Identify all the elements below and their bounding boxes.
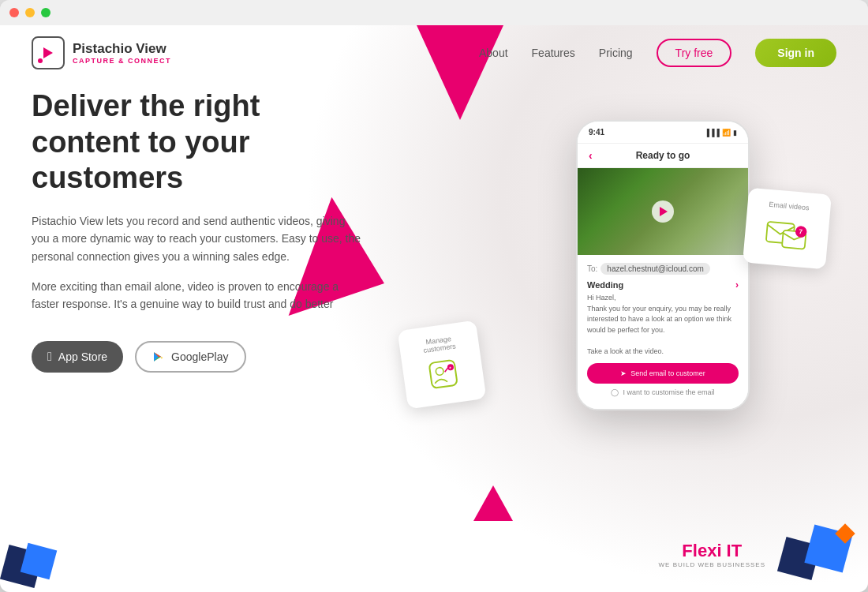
customise-icon: ◯ <box>611 388 619 396</box>
close-button[interactable] <box>9 8 19 17</box>
hero-section: Deliver the right content to your custom… <box>32 88 363 373</box>
send-email-button[interactable]: ➤ Send email to customer <box>587 363 739 384</box>
appstore-label: App Store <box>58 350 107 363</box>
phone-status-bar: 9:41 ▐▐▐ 📶 ▮ <box>578 122 748 144</box>
subject-text: Wedding <box>587 280 623 290</box>
email-card-title: Email videos <box>758 200 820 213</box>
it-text: IT <box>727 541 743 560</box>
titlebar <box>0 0 868 25</box>
try-free-button[interactable]: Try free <box>657 39 732 67</box>
navigation: Pistachio View CAPTURE & CONNECT About F… <box>0 25 868 81</box>
hero-description-1: Pistachio View lets you record and send … <box>32 212 363 265</box>
logo-name: Pistachio View <box>73 41 171 57</box>
greeting-text: Hi Hazel, <box>587 293 739 304</box>
apple-icon:  <box>47 350 52 364</box>
phone-greeting: Hi Hazel, Thank you for your enquiry, yo… <box>587 293 739 357</box>
corner-decoration-bl <box>0 529 63 592</box>
recipient-email: hazel.chestnut@icloud.com <box>600 263 709 275</box>
phone-frame: 9:41 ▐▐▐ 📶 ▮ ‹ Ready to go <box>576 120 750 410</box>
email-videos-card: Email videos 7 <box>743 188 832 270</box>
flexi-it-name: Flexi IT <box>659 541 765 561</box>
customise-email-button[interactable]: ◯ I want to customise the email <box>587 388 739 401</box>
subject-arrow-icon: › <box>735 279 739 290</box>
battery-icon: ▮ <box>733 129 737 137</box>
phone-time: 9:41 <box>589 128 604 137</box>
nav-pricing[interactable]: Pricing <box>599 47 633 59</box>
phone-to-row: To: hazel.chestnut@icloud.com <box>587 263 739 275</box>
play-triangle-icon <box>660 207 668 216</box>
manage-customers-card: Manage customers + <box>398 320 487 410</box>
sign-in-button[interactable]: Sign in <box>755 39 836 67</box>
wifi-icon: 📶 <box>722 129 731 137</box>
appstore-button[interactable]:  App Store <box>32 341 123 373</box>
nav-about[interactable]: About <box>479 47 508 59</box>
email-videos-icon: 7 <box>764 215 810 254</box>
body-text-2: Take a look at the video. <box>587 347 739 358</box>
flexi-it-branding: Flexi IT WE BUILD WEB BUSINESSES <box>659 541 765 568</box>
manage-card-title: Manage customers <box>410 332 468 356</box>
logo-dot <box>38 58 43 63</box>
hero-description-2: More exciting than email alone, video is… <box>32 278 363 313</box>
send-icon: ➤ <box>620 369 627 377</box>
app-window: Pistachio View CAPTURE & CONNECT About F… <box>0 0 868 592</box>
back-icon[interactable]: ‹ <box>589 149 593 162</box>
play-button-overlay[interactable] <box>652 200 674 223</box>
hero-title: Deliver the right content to your custom… <box>32 88 363 197</box>
flexi-tagline: WE BUILD WEB BUSINESSES <box>659 561 765 568</box>
to-label: To: <box>587 264 597 273</box>
googleplay-icon <box>152 350 165 363</box>
phone-mockup: 9:41 ▐▐▐ 📶 ▮ ‹ Ready to go <box>576 120 750 410</box>
logo: Pistachio View CAPTURE & CONNECT <box>32 36 171 69</box>
phone-subject-row: Wedding › <box>587 279 739 290</box>
corner-decoration-br <box>773 497 868 592</box>
maximize-button[interactable] <box>41 8 51 17</box>
svg-point-1 <box>436 367 444 376</box>
triangle-bottom <box>473 485 513 521</box>
logo-tagline: CAPTURE & CONNECT <box>73 57 171 65</box>
page-content: Pistachio View CAPTURE & CONNECT About F… <box>0 25 868 592</box>
nav-features[interactable]: Features <box>532 47 575 59</box>
signal-icon: ▐▐▐ <box>705 129 720 137</box>
logo-icon <box>32 36 65 69</box>
send-email-label: Send email to customer <box>630 369 705 377</box>
flexi-text: Flexi <box>682 541 726 560</box>
phone-status-icons: ▐▐▐ 📶 ▮ <box>705 129 737 137</box>
body-text-1: Thank you for your enquiry, you may be r… <box>587 304 739 336</box>
manage-customers-icon: + <box>425 356 461 392</box>
googleplay-label: GooglePlay <box>171 350 228 363</box>
minimize-button[interactable] <box>25 8 35 17</box>
svg-rect-0 <box>429 360 458 388</box>
store-buttons:  App Store GooglePlay <box>32 341 363 373</box>
phone-title: Ready to go <box>636 150 690 161</box>
phone-header: ‹ Ready to go <box>578 144 748 168</box>
logo-text: Pistachio View CAPTURE & CONNECT <box>73 41 171 65</box>
phone-email-body: To: hazel.chestnut@icloud.com Wedding › … <box>578 255 748 409</box>
nav-links: About Features Pricing Try free Sign in <box>479 39 836 67</box>
googleplay-button[interactable]: GooglePlay <box>135 341 245 373</box>
phone-video-thumbnail[interactable] <box>578 168 748 255</box>
customise-label: I want to customise the email <box>623 388 714 396</box>
